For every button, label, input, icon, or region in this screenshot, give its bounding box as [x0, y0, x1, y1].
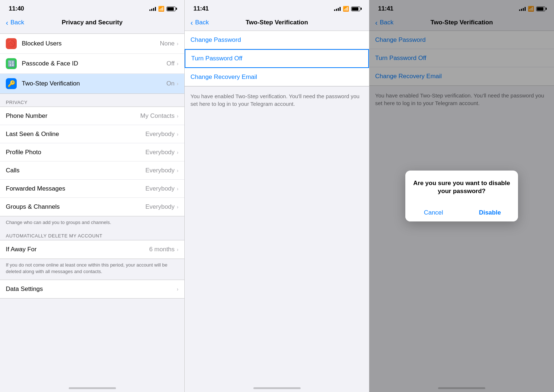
phone-number-value: My Contacts: [140, 112, 174, 120]
change-recovery-email-item[interactable]: Change Recovery Email: [185, 68, 369, 86]
auto-delete-header: AUTOMATICALLY DELETE MY ACCOUNT: [0, 230, 184, 240]
blocked-users-icon: 🚫: [6, 38, 17, 49]
back-button-panel2[interactable]: ‹ Back: [190, 19, 209, 26]
turn-password-off-item[interactable]: Turn Password Off: [185, 49, 369, 68]
panel-privacy-security: 11:40 📶 ‹ Back Privacy and Securit: [0, 0, 185, 392]
passcode-face-id-item[interactable]: 🔢 Passcode & Face ID Off ›: [0, 54, 184, 74]
forwarded-messages-value: Everybody: [145, 185, 174, 192]
privacy-list: Phone Number My Contacts › Last Seen & O…: [0, 107, 184, 216]
data-settings-item[interactable]: Data Settings ›: [0, 280, 184, 298]
if-away-for-value: 6 months: [149, 246, 174, 253]
nav-bar-panel1: ‹ Back Privacy and Security: [0, 16, 184, 31]
if-away-for-label: If Away For: [6, 246, 149, 253]
if-away-for-chevron-icon: ›: [177, 247, 178, 252]
two-step-value: On: [166, 80, 175, 87]
calls-chevron-icon: ›: [177, 168, 178, 173]
forwarded-messages-item[interactable]: Forwarded Messages Everybody ›: [0, 180, 184, 198]
blocked-users-chevron-icon: ›: [177, 41, 178, 47]
status-time-panel1: 11:40: [9, 5, 24, 12]
back-button-panel1[interactable]: ‹ Back: [6, 19, 24, 26]
phone-number-item[interactable]: Phone Number My Contacts ›: [0, 107, 184, 125]
auto-delete-footer: If you do not come online at least once …: [0, 259, 184, 276]
data-settings-label: Data Settings: [6, 285, 177, 293]
home-indicator-panel1: [69, 387, 116, 389]
auto-delete-list: If Away For 6 months ›: [0, 240, 184, 259]
turn-password-off-label: Turn Password Off: [191, 55, 242, 62]
home-indicator-panel2: [253, 387, 301, 389]
phone-number-label: Phone Number: [6, 112, 140, 120]
change-password-item[interactable]: Change Password: [185, 31, 369, 49]
tsv-description: You have enabled Two-Step verification. …: [185, 87, 369, 113]
battery-icon-p2: [351, 7, 360, 11]
privacy-section-header: PRIVACY: [0, 97, 184, 107]
status-bar-panel2: 11:41 📶: [185, 0, 369, 16]
groups-channels-label: Groups & Channels: [6, 203, 145, 211]
groups-channels-value: Everybody: [145, 203, 174, 211]
passcode-label: Passcode & Face ID: [22, 60, 166, 67]
panel-two-step-verification: 11:41 📶 ‹ Back Two-Step Verificati: [185, 0, 369, 392]
blocked-users-label: Blocked Users: [22, 40, 160, 47]
if-away-for-item[interactable]: If Away For 6 months ›: [0, 240, 184, 259]
nav-bar-panel2: ‹ Back Two-Step Verification: [185, 16, 369, 31]
two-step-icon: 🔑: [6, 78, 17, 89]
tsv-items-group: Change Password Turn Password Off Change…: [185, 31, 369, 87]
blocked-users-item[interactable]: 🚫 Blocked Users None ›: [0, 34, 184, 54]
last-seen-label: Last Seen & Online: [6, 131, 145, 138]
calls-item[interactable]: Calls Everybody ›: [0, 161, 184, 180]
two-step-chevron-icon: ›: [177, 81, 178, 87]
passcode-icon: 🔢: [6, 58, 17, 69]
confirm-dialog: Are you sure you want to disable your pa…: [405, 171, 518, 222]
security-section: 🚫 Blocked Users None › 🔢 Passcode & Face…: [0, 33, 184, 94]
status-icons-panel2: 📶: [334, 6, 360, 12]
data-settings-section: Data Settings ›: [0, 280, 184, 299]
change-password-label: Change Password: [190, 36, 241, 44]
groups-channels-chevron-icon: ›: [177, 204, 178, 210]
signal-icon: [149, 7, 156, 11]
panel-two-step-dialog: 11:41 📶 ‹ Back Two-Step Verificati: [369, 0, 554, 392]
status-bar-panel1: 11:40 📶: [0, 0, 184, 16]
auto-delete-section: AUTOMATICALLY DELETE MY ACCOUNT If Away …: [0, 230, 184, 276]
status-time-panel2: 11:41: [193, 5, 209, 12]
signal-icon-p2: [334, 7, 341, 11]
groups-channels-item[interactable]: Groups & Channels Everybody ›: [0, 198, 184, 216]
privacy-section: PRIVACY Phone Number My Contacts › Last …: [0, 97, 184, 227]
dialog-buttons: Cancel Disable: [405, 204, 518, 221]
wifi-icon-p2: 📶: [343, 6, 349, 12]
dialog-overlay: Are you sure you want to disable your pa…: [369, 0, 554, 392]
blocked-users-value: None: [160, 40, 175, 47]
passcode-chevron-icon: ›: [177, 61, 178, 67]
calls-label: Calls: [6, 167, 145, 174]
profile-photo-chevron-icon: ›: [177, 149, 178, 155]
data-settings-chevron-icon: ›: [177, 286, 178, 292]
battery-icon: [166, 7, 176, 11]
data-settings-list: Data Settings ›: [0, 280, 184, 299]
forwarded-messages-label: Forwarded Messages: [6, 185, 145, 192]
page-title-panel2: Two-Step Verification: [246, 19, 308, 26]
status-icons-panel1: 📶: [149, 6, 176, 12]
profile-photo-item[interactable]: Profile Photo Everybody ›: [0, 143, 184, 161]
change-recovery-email-label: Change Recovery Email: [190, 73, 257, 81]
last-seen-value: Everybody: [145, 131, 174, 138]
calls-value: Everybody: [145, 167, 174, 174]
last-seen-chevron-icon: ›: [177, 131, 178, 137]
tsv-list: Change Password Turn Password Off Change…: [185, 31, 369, 87]
profile-photo-label: Profile Photo: [6, 149, 145, 156]
passcode-value: Off: [166, 60, 174, 67]
page-title-panel1: Privacy and Security: [62, 19, 123, 26]
two-step-label: Two-Step Verification: [22, 80, 166, 87]
profile-photo-value: Everybody: [145, 149, 174, 156]
last-seen-item[interactable]: Last Seen & Online Everybody ›: [0, 125, 184, 143]
wifi-icon: 📶: [158, 6, 164, 12]
chevron-left-icon: ‹: [6, 19, 8, 26]
phone-number-chevron-icon: ›: [177, 113, 178, 119]
cancel-button[interactable]: Cancel: [405, 204, 462, 221]
disable-button[interactable]: Disable: [462, 204, 518, 221]
chevron-left-icon-p2: ‹: [190, 19, 193, 26]
forwarded-messages-chevron-icon: ›: [177, 186, 178, 192]
two-step-item[interactable]: 🔑 Two-Step Verification On ›: [0, 74, 184, 93]
dialog-title: Are you sure you want to disable your pa…: [405, 171, 518, 198]
privacy-footer: Change who can add you to groups and cha…: [0, 216, 184, 227]
security-list: 🚫 Blocked Users None › 🔢 Passcode & Face…: [0, 33, 184, 94]
